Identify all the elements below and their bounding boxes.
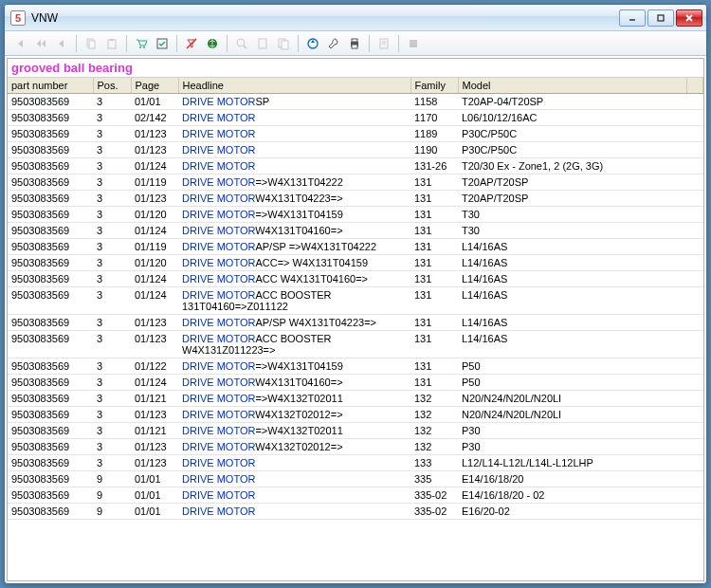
headline-link[interactable]: DRIVE MOTOR [182,457,255,469]
table-row[interactable]: 9503083569301/123DRIVE MOTOR1190P30C/P50… [8,142,703,158]
headline-link[interactable]: DRIVE MOTOR [182,333,255,344]
cell-part-number: 9503083569 [8,175,93,191]
print-icon[interactable] [345,34,364,53]
cell-page: 01/120 [131,255,178,271]
headline-link[interactable]: DRIVE MOTOR [182,289,255,301]
headline-suffix: AP/SP =>W4X131T04222 [255,241,376,252]
headline-suffix: W4X132T02012=> [255,441,342,452]
headline-link[interactable]: DRIVE MOTOR [182,273,255,285]
table-row[interactable]: 9503083569301/120DRIVE MOTOR=>W4X131T041… [8,207,703,223]
cell-page: 01/123 [131,142,178,158]
target-icon[interactable] [303,34,322,53]
page-icon[interactable] [253,34,272,53]
headline-link[interactable]: DRIVE MOTOR [182,317,255,328]
cell-model: L12/L14-L12L/L14L-L12LHP [458,455,703,471]
table-row[interactable]: 9503083569301/01DRIVE MOTORSP1158T20AP-0… [8,94,703,110]
cell-model: P50 [458,375,703,391]
cell-model: L14/16AS [458,315,703,331]
headline-link[interactable]: DRIVE MOTOR [182,377,255,388]
table-row[interactable]: 9503083569301/119DRIVE MOTOR=>W4X131T042… [8,175,703,191]
prev-record-icon[interactable] [52,34,71,53]
cart-icon[interactable] [132,34,151,53]
col-pos[interactable]: Pos. [93,78,131,94]
headline-link[interactable]: DRIVE MOTOR [182,489,255,501]
table-row[interactable]: 9503083569901/01DRIVE MOTOR335E14/16/18/… [8,471,703,487]
table-row[interactable]: 9503083569301/123DRIVE MOTORAP/SP W4X131… [8,315,703,331]
table-row[interactable]: 9503083569301/123DRIVE MOTORW4X131T04223… [8,191,703,207]
pages-icon[interactable] [274,34,293,53]
col-headline[interactable]: Headline [178,78,410,94]
cell-part-number: 9503083569 [8,239,93,255]
minimize-button[interactable] [619,9,646,27]
copy-icon[interactable] [82,34,100,53]
stop-icon[interactable] [404,34,423,53]
headline-link[interactable]: DRIVE MOTOR [182,360,255,372]
table-row[interactable]: 9503083569301/123DRIVE MOTORW4X132T02012… [8,407,703,423]
checklist-icon[interactable] [153,34,172,53]
col-family[interactable]: Family [410,78,458,94]
headline-link[interactable]: DRIVE MOTOR [182,473,255,485]
table-row[interactable]: 9503083569301/121DRIVE MOTOR=>W4X132T020… [8,423,703,439]
headline-link[interactable]: DRIVE MOTOR [182,393,255,404]
table-row[interactable]: 9503083569301/124DRIVE MOTORACC W4X131T0… [8,271,703,287]
headline-link[interactable]: DRIVE MOTOR [182,176,255,188]
headline-link[interactable]: DRIVE MOTOR [182,225,255,236]
cell-pos: 3 [93,287,131,315]
col-page[interactable]: Page [131,78,178,94]
table-row[interactable]: 9503083569301/124DRIVE MOTORW4X131T04160… [8,223,703,239]
cell-part-number: 9503083569 [8,110,93,126]
maximize-button[interactable] [647,9,674,27]
headline-link[interactable]: DRIVE MOTOR [182,160,255,172]
cell-pos: 3 [93,158,131,175]
data-grid: 9503083569301/01DRIVE MOTORSP1158T20AP-0… [8,94,703,520]
table-row[interactable]: 9503083569901/01DRIVE MOTOR335-02E16/20-… [8,504,703,520]
table-row[interactable]: 9503083569301/120DRIVE MOTORACC=> W4X131… [8,255,703,271]
table-row[interactable]: 9503083569301/124DRIVE MOTOR131-26T20/30… [8,158,703,175]
headline-link[interactable]: DRIVE MOTOR [182,209,255,220]
cell-pos: 3 [93,331,131,358]
headline-link[interactable]: DRIVE MOTOR [182,112,255,123]
tool-icon[interactable] [324,34,343,53]
svg-rect-17 [282,41,288,49]
globe-icon[interactable] [203,34,222,53]
headline-link[interactable]: DRIVE MOTOR [182,441,255,452]
headline-link[interactable]: DRIVE MOTOR [182,409,255,420]
col-model[interactable]: Model [458,78,687,94]
headline-link[interactable]: DRIVE MOTOR [182,144,255,156]
note-icon[interactable] [374,34,393,53]
table-row[interactable]: 9503083569301/123DRIVE MOTORW4X132T02012… [8,439,703,455]
cell-headline: DRIVE MOTOR=>W4X131T04159 [178,207,410,223]
headline-link[interactable]: DRIVE MOTOR [182,96,255,107]
first-record-icon[interactable] [10,34,29,53]
headline-link[interactable]: DRIVE MOTOR [182,505,255,517]
headline-link[interactable]: DRIVE MOTOR [182,241,255,252]
zoom-icon[interactable] [232,34,251,53]
table-row[interactable]: 9503083569301/123DRIVE MOTOR1189P30C/P50… [8,126,703,142]
headline-link[interactable]: DRIVE MOTOR [182,257,255,268]
cell-pos: 3 [93,126,131,142]
cell-family: 132 [410,439,458,455]
close-button[interactable] [676,9,702,27]
table-row[interactable]: 9503083569301/124DRIVE MOTORACC BOOSTER … [8,287,703,315]
paste-icon[interactable] [102,34,121,53]
headline-link[interactable]: DRIVE MOTOR [182,425,255,436]
table-row[interactable]: 9503083569301/119DRIVE MOTORAP/SP =>W4X1… [8,239,703,255]
cell-pos: 9 [93,487,131,504]
headline-suffix: W4X131T04160=> [255,225,342,236]
headline-link[interactable]: DRIVE MOTOR [182,193,255,204]
prev-page-icon[interactable] [31,34,50,53]
cell-part-number: 9503083569 [8,375,93,391]
grid-scroll[interactable]: 9503083569301/01DRIVE MOTORSP1158T20AP-0… [8,94,703,580]
table-row[interactable]: 9503083569301/123DRIVE MOTOR133L12/L14-L… [8,455,703,471]
no-filter-icon[interactable] [182,34,201,53]
table-row[interactable]: 9503083569301/123DRIVE MOTORACC BOOSTER … [8,331,703,358]
cell-family: 335-02 [410,504,458,520]
table-row[interactable]: 9503083569302/142DRIVE MOTOR1170L06/10/1… [8,110,703,126]
table-row[interactable]: 9503083569301/124DRIVE MOTORW4X131T04160… [8,375,703,391]
table-row[interactable]: 9503083569301/122DRIVE MOTOR=>W4X131T041… [8,358,703,375]
table-row[interactable]: 9503083569901/01DRIVE MOTOR335-02E14/16/… [8,487,703,504]
cell-part-number: 9503083569 [8,126,93,142]
table-row[interactable]: 9503083569301/121DRIVE MOTOR=>W4X132T020… [8,391,703,407]
col-part-number[interactable]: part number [8,78,93,94]
headline-link[interactable]: DRIVE MOTOR [182,128,255,139]
